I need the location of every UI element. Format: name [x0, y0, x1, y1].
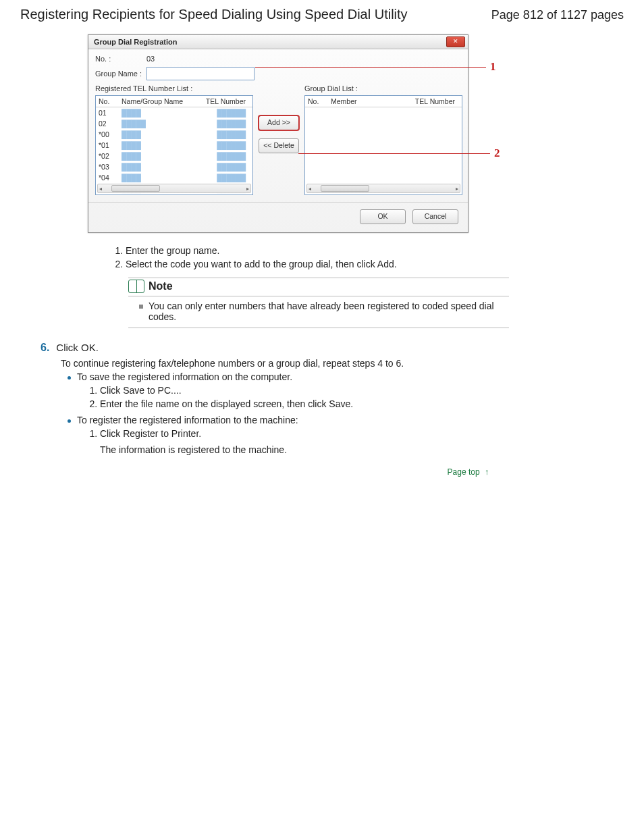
note-title: Note [149, 280, 173, 292]
square-bullet-icon [139, 305, 143, 309]
note-text: You can only enter numbers that have alr… [149, 301, 506, 322]
group-dial-list-label: Group Dial List : [304, 84, 462, 93]
note-block: Note You can only enter numbers that hav… [128, 278, 509, 328]
continue-text: To continue registering fax/telephone nu… [61, 358, 624, 369]
registered-tel-list[interactable]: No. Name/Group Name TEL Number 01███████… [95, 95, 253, 195]
callout-1: 1 [490, 60, 496, 74]
close-icon[interactable]: ✕ [446, 36, 465, 47]
group-name-label: Group Name : [95, 70, 146, 78]
no-label: No. : [95, 55, 146, 63]
list-item[interactable]: 02███████████ [96, 118, 252, 129]
col-tel: TEL Number [405, 97, 459, 105]
cancel-button[interactable]: Cancel [412, 209, 458, 224]
col-no: No. [99, 97, 122, 105]
group-dial-list[interactable]: No. Member TEL Number ◂▸ [304, 95, 462, 195]
h-scrollbar[interactable]: ◂▸ [97, 184, 251, 193]
dialog-step-1: Enter the group name. [126, 245, 624, 256]
list-item[interactable]: *03██████████ [96, 161, 252, 172]
page-title: Registering Recipients for Speed Dialing… [20, 7, 408, 22]
col-no: No. [308, 97, 331, 105]
save-pc-step-1: Click Save to PC.... [100, 385, 624, 396]
note-icon [128, 280, 144, 293]
register-printer-note: The information is registered to the mac… [100, 444, 624, 455]
add-button[interactable]: Add >> [259, 115, 299, 130]
list-item[interactable]: *00██████████ [96, 129, 252, 140]
register-printer-step-1: Click Register to Printer. [100, 428, 624, 439]
col-tel: TEL Number [196, 97, 250, 105]
h-scrollbar[interactable]: ◂▸ [306, 184, 460, 193]
callout-2: 2 [494, 147, 500, 160]
delete-button[interactable]: << Delete [259, 138, 299, 153]
arrow-up-icon: ↑ [485, 467, 489, 477]
dialog-title: Group Dial Registration [94, 38, 177, 46]
group-dial-registration-dialog: Group Dial Registration ✕ No. : 03 Group… [88, 34, 468, 233]
bullet-register-printer: To register the registered information t… [77, 415, 298, 425]
list-item[interactable]: *01██████████ [96, 140, 252, 151]
page-top-link[interactable]: Page top [448, 467, 480, 477]
reg-list-label: Registered TEL Number List : [95, 84, 253, 93]
save-pc-step-2: Enter the file name on the displayed scr… [100, 398, 624, 409]
col-member: Member [331, 97, 405, 105]
col-name: Name/Group Name [122, 97, 196, 105]
list-item[interactable]: *04██████████ [96, 172, 252, 183]
list-item[interactable]: 01██████████ [96, 107, 252, 118]
page-counter: Page 812 of 1127 pages [491, 8, 624, 22]
no-value: 03 [146, 55, 155, 63]
dialog-step-2: Select the code you want to add to the g… [126, 259, 624, 269]
step-6-number: 6. [41, 342, 49, 354]
step-6-text: Click OK. [56, 342, 99, 353]
ok-button[interactable]: OK [360, 209, 406, 224]
bullet-save-pc: To save the registered information on th… [77, 371, 292, 382]
group-name-input[interactable] [146, 67, 254, 80]
list-item[interactable]: *02██████████ [96, 151, 252, 161]
